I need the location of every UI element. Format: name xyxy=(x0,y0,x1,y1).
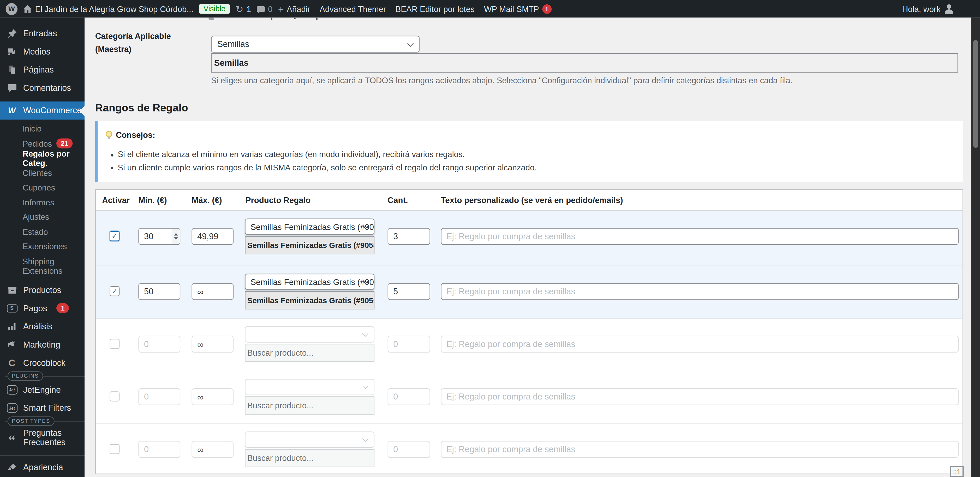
sidebar-item-apariencia[interactable]: Apariencia xyxy=(0,458,84,477)
sidebar-item-entradas[interactable]: Entradas xyxy=(0,24,84,43)
submenu-item-shipping-extensions[interactable]: Shipping Extensions xyxy=(0,254,84,278)
greeting: Hola, work xyxy=(902,4,940,14)
activate-checkbox[interactable]: ✓ xyxy=(110,286,119,296)
section-title: Rangos de Regalo xyxy=(95,102,188,114)
post-types-section-label: POST TYPES xyxy=(0,417,84,426)
submenu-label: Clientes xyxy=(22,168,52,178)
submenu-item-informes[interactable]: Informes xyxy=(0,195,84,210)
activate-checkbox[interactable] xyxy=(110,444,119,454)
sidebar-item-smart-filters[interactable]: Jet Smart Filters xyxy=(0,399,84,417)
product-search-box[interactable]: Buscar producto... xyxy=(245,344,374,362)
qty-input[interactable] xyxy=(388,228,430,245)
sidebar-item-pagos[interactable]: $ Pagos 1 xyxy=(0,299,84,317)
number-stepper[interactable] xyxy=(172,229,180,244)
product-search-box[interactable]: Buscar producto... xyxy=(245,449,374,467)
min-input[interactable] xyxy=(138,388,180,405)
gift-product-select[interactable] xyxy=(245,326,374,342)
gift-ranges-table: Activar Mín. (€) Máx. (€) Producto Regal… xyxy=(95,189,963,474)
qty-input[interactable] xyxy=(388,441,430,458)
qty-input[interactable] xyxy=(388,283,430,300)
submenu-item-regalos-por-categ[interactable]: Regalos por Categ. xyxy=(0,151,84,165)
sidebar-item-crocoblock[interactable]: C Crocoblock xyxy=(0,354,84,372)
wp-mail-smtp-menu-item[interactable]: WP Mail SMTP ! xyxy=(484,4,552,14)
sidebar-item-label: Apariencia xyxy=(23,463,63,472)
sidebar-item-medios[interactable]: Medios xyxy=(0,43,84,61)
custom-text-input[interactable] xyxy=(441,283,959,300)
cutoff-control-fragment xyxy=(271,17,272,20)
sidebar-item-woocommerce[interactable]: W WooCommerce xyxy=(0,102,84,120)
submenu-label: Inicio xyxy=(22,124,41,134)
cutoff-control-fragment xyxy=(208,17,214,20)
sidebar-item-preguntas-frecuentes[interactable]: “ Preguntas Frecuentes xyxy=(0,426,84,449)
category-select[interactable]: Semillas xyxy=(211,36,420,53)
comments-menu-item[interactable]: 0 xyxy=(257,4,273,14)
selected-product-display: Semillas Feminizadas Gratis (#9055) xyxy=(245,236,374,254)
debug-badge: ::1 xyxy=(950,466,964,477)
submenu-item-extensiones[interactable]: Extensiones xyxy=(0,239,84,254)
qty-input[interactable] xyxy=(388,335,430,353)
col-header-activar: Activar xyxy=(102,196,130,205)
wordpress-logo-icon[interactable]: W xyxy=(6,3,18,15)
plus-icon: + xyxy=(278,4,284,14)
product-search-box[interactable]: Buscar producto... xyxy=(245,396,374,415)
max-input[interactable] xyxy=(191,441,234,458)
submenu-item-cupones[interactable]: Cupones xyxy=(0,180,84,195)
custom-text-input[interactable] xyxy=(441,388,959,405)
max-input[interactable] xyxy=(191,388,234,405)
visible-badge: Visible xyxy=(199,4,230,14)
sidebar-item-comentarios[interactable]: Comentarios xyxy=(0,79,84,97)
max-input[interactable] xyxy=(191,283,234,300)
activate-checkbox[interactable] xyxy=(110,339,119,348)
max-input[interactable] xyxy=(191,335,234,353)
min-input[interactable] xyxy=(138,283,180,300)
gift-product-select[interactable] xyxy=(245,379,374,395)
submenu-item-inicio[interactable]: Inicio xyxy=(0,122,84,136)
gift-product-select[interactable]: Semillas Feminizadas Gratis (#90 xyxy=(245,274,374,290)
add-new-menu-item[interactable]: + Añadir xyxy=(278,4,310,14)
submenu-item-ajustes[interactable]: Ajustes xyxy=(0,210,84,224)
pushpin-icon xyxy=(6,29,18,38)
sidebar-item-label: Páginas xyxy=(23,65,54,75)
scrollbar-thumb[interactable] xyxy=(973,40,978,148)
crocoblock-icon: C xyxy=(6,357,18,368)
advanced-themer-label: Advanced Themer xyxy=(320,4,386,14)
sidebar-item-label: Comentarios xyxy=(23,83,71,93)
table-row: Buscar producto... xyxy=(96,424,963,474)
selected-product-display: Semillas Feminizadas Gratis (#9055) xyxy=(245,291,374,310)
sidebar-item-jetengine[interactable]: Jet JetEngine xyxy=(0,380,84,399)
current-menu-arrow xyxy=(75,105,84,115)
bear-editor-menu-item[interactable]: BEAR Editor por lotes xyxy=(395,4,474,14)
site-menu-item[interactable]: El Jardín de la Alegría Grow Shop Córdob… xyxy=(23,4,194,14)
activate-checkbox[interactable]: ✓ xyxy=(110,231,119,241)
wp-mail-smtp-label: WP Mail SMTP xyxy=(484,4,539,14)
gift-product-select-value: Semillas Feminizadas Gratis (#90 xyxy=(250,222,374,231)
lightbulb-icon xyxy=(106,131,112,139)
gift-product-select[interactable]: Semillas Feminizadas Gratis (#90 xyxy=(245,219,374,235)
home-icon xyxy=(23,5,32,13)
table-row: ✓ Semillas Feminizadas Gratis (#90 Semil… xyxy=(96,266,963,319)
gift-product-select[interactable] xyxy=(245,432,374,448)
advanced-themer-menu-item[interactable]: Advanced Themer xyxy=(320,4,386,14)
sidebar-item-paginas[interactable]: Páginas xyxy=(0,61,84,79)
sidebar-item-productos[interactable]: Productos xyxy=(0,281,84,299)
custom-text-input[interactable] xyxy=(441,335,959,353)
sidebar-item-marketing[interactable]: Marketing xyxy=(0,335,84,354)
account-menu-item[interactable]: Hola, work xyxy=(902,4,954,14)
qty-input[interactable] xyxy=(388,388,430,405)
updates-icon: ↻ xyxy=(235,4,243,14)
smart-filters-icon: Jet xyxy=(6,403,18,412)
category-help-text: Si eliges una categoría aquí, se aplicar… xyxy=(211,76,793,85)
comments-icon xyxy=(257,6,265,12)
sidebar-item-analisis[interactable]: Análisis xyxy=(0,317,84,335)
custom-text-input[interactable] xyxy=(441,228,959,245)
vertical-scrollbar[interactable] xyxy=(971,17,980,477)
custom-text-input[interactable] xyxy=(441,441,959,458)
submenu-item-clientes[interactable]: Clientes xyxy=(0,166,84,180)
submenu-item-estado[interactable]: Estado xyxy=(0,224,84,239)
min-input[interactable] xyxy=(138,441,180,458)
max-input[interactable] xyxy=(191,228,234,245)
min-input[interactable] xyxy=(138,335,180,353)
activate-checkbox[interactable] xyxy=(110,391,119,401)
submenu-label: Ajustes xyxy=(22,212,49,222)
updates-menu-item[interactable]: ↻ 1 xyxy=(235,4,251,14)
